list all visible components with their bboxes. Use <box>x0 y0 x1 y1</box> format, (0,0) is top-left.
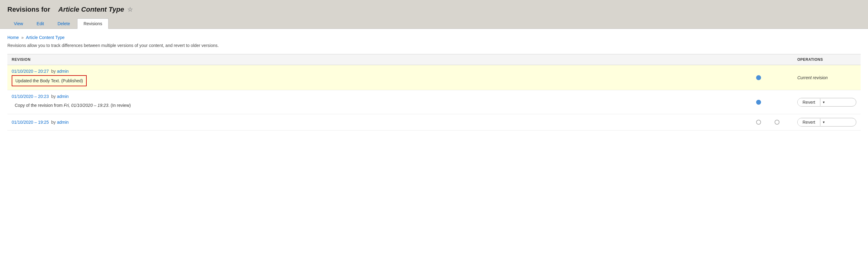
favorite-icon[interactable]: ☆ <box>127 6 133 13</box>
breadcrumb-separator: » <box>21 35 24 40</box>
revision-cell: 01/10/2020 – 20:27 by admin Updated the … <box>7 65 756 90</box>
radio-filled-2[interactable] <box>756 100 761 105</box>
tab-edit[interactable]: Edit <box>30 19 51 29</box>
revision-date-row-3: 01/10/2020 – 19:25 by admin <box>12 120 752 125</box>
revision-date-link-1[interactable]: 01/10/2020 – 20:27 <box>12 69 49 74</box>
revert-btn-group-3: Revert ▾ <box>797 118 856 127</box>
by-label-3: by <box>51 120 56 125</box>
by-user-2: by admin <box>50 94 69 99</box>
radio-cell-2b <box>775 90 793 114</box>
tabs-bar: View Edit Delete Revisions <box>7 19 861 29</box>
table-row: 01/10/2020 – 19:25 by admin Revert ▾ <box>7 114 861 131</box>
col-header-revision: REVISION <box>7 54 756 65</box>
radio-empty-3a[interactable] <box>756 120 761 125</box>
revision-cell-3: 01/10/2020 – 19:25 by admin <box>7 114 756 131</box>
title-prefix: Revisions for <box>7 5 50 13</box>
radio-cell-3a <box>756 114 775 131</box>
revision-italic-date: Fri, 01/10/2020 – 19:23 <box>64 103 108 108</box>
ops-cell-3: Revert ▾ <box>793 114 861 131</box>
ops-cell-1: Current revision <box>793 65 861 90</box>
breadcrumb-current[interactable]: Article Content Type <box>26 35 65 40</box>
page-header: Revisions for Article Content Type ☆ Vie… <box>0 0 868 29</box>
by-label-1: by <box>51 69 56 74</box>
tab-view[interactable]: View <box>7 19 30 29</box>
by-user-1: by admin <box>50 69 69 74</box>
current-revision-label: Current revision <box>797 75 828 80</box>
table-row: 01/10/2020 – 20:23 by admin Copy of the … <box>7 90 861 114</box>
revision-cell-2: 01/10/2020 – 20:23 by admin Copy of the … <box>7 90 756 114</box>
col-header-operations: OPERATIONS <box>793 54 861 65</box>
main-content: Home » Article Content Type Revisions al… <box>0 29 868 137</box>
tab-revisions[interactable]: Revisions <box>77 19 109 29</box>
revert-btn-group-2: Revert ▾ <box>797 98 856 106</box>
radio-filled-1[interactable] <box>756 75 761 80</box>
revision-date-link-3[interactable]: 01/10/2020 – 19:25 <box>12 120 49 125</box>
radio-cell-1a <box>756 65 775 90</box>
title-entity: Article Content Type <box>58 5 124 13</box>
revision-date-link-2[interactable]: 01/10/2020 – 20:23 <box>12 94 49 99</box>
description-text: Revisions allow you to track differences… <box>7 43 861 48</box>
page-title: Revisions for Article Content Type ☆ <box>7 5 861 19</box>
breadcrumb: Home » Article Content Type <box>7 35 861 40</box>
revert-dropdown-2[interactable]: ▾ <box>820 99 827 106</box>
tab-delete[interactable]: Delete <box>51 19 76 29</box>
by-user-3: by admin <box>50 120 69 125</box>
by-label-2: by <box>51 94 56 99</box>
user-link-2[interactable]: admin <box>57 94 68 99</box>
user-link-3[interactable]: admin <box>57 120 68 125</box>
table-header-row: REVISION OPERATIONS <box>7 54 861 65</box>
revision-date-row-2: 01/10/2020 – 20:23 by admin <box>12 94 752 99</box>
col-header-radio2 <box>775 54 793 65</box>
breadcrumb-home[interactable]: Home <box>7 35 19 40</box>
revision-description-2: Copy of the revision from Fri, 01/10/202… <box>12 100 752 110</box>
revision-date-row: 01/10/2020 – 20:27 by admin <box>12 69 752 74</box>
ops-cell-2: Revert ▾ <box>793 90 861 114</box>
table-row: 01/10/2020 – 20:27 by admin Updated the … <box>7 65 861 90</box>
revert-button-3[interactable]: Revert <box>798 118 820 126</box>
radio-cell-2a <box>756 90 775 114</box>
radio-cell-1b <box>775 65 793 90</box>
col-header-radio1 <box>756 54 775 65</box>
revert-button-2[interactable]: Revert <box>798 98 820 106</box>
radio-empty-3b[interactable] <box>775 120 779 125</box>
revision-description-1: Updated the Body Text. (Published) <box>12 75 87 86</box>
radio-cell-3b <box>775 114 793 131</box>
revert-dropdown-3[interactable]: ▾ <box>820 118 827 126</box>
user-link-1[interactable]: admin <box>57 69 68 74</box>
revisions-table: REVISION OPERATIONS 01/10/2020 – 20:27 b… <box>7 54 861 131</box>
